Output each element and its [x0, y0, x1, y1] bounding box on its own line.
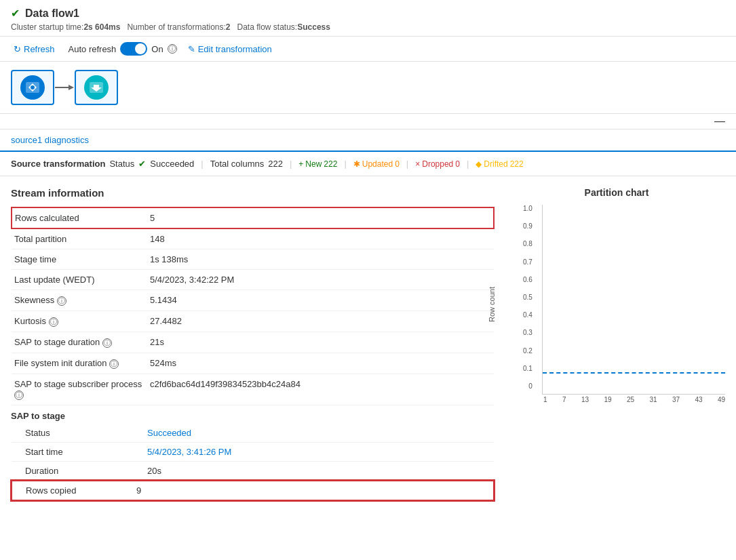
- source-node-icon: [20, 75, 45, 100]
- stage-time-label: Stage time: [12, 249, 147, 270]
- sap-to-stage-table: Status Succeeded Start time 5/4/2023, 3:…: [11, 424, 495, 501]
- flow-node-dest[interactable]: [75, 70, 118, 105]
- edit-transformation-button[interactable]: ✎ Edit transformation: [188, 44, 272, 54]
- dropped-badge: × Dropped 0: [415, 159, 460, 169]
- partition-chart-area: Partition chart Row count 1.0 0.9 0.8 0.…: [508, 187, 725, 403]
- asterisk-icon: ✱: [353, 159, 360, 169]
- y-label-08: 0.8: [523, 240, 532, 247]
- sap-duration-row: Duration 20s: [12, 462, 494, 481]
- sap-stage-duration-value: 21s: [147, 332, 494, 353]
- svg-point-1: [31, 85, 35, 89]
- sap-subscriber-value: c2fd6bac64d149f39834523bb4c24a84: [147, 374, 494, 405]
- toolbar: ↻ Refresh Auto refresh On ⓘ ✎ Edit trans…: [0, 37, 736, 62]
- skewness-info-icon[interactable]: ⓘ: [57, 296, 66, 306]
- flow-diagram: [0, 62, 736, 114]
- y-axis-label: Row count: [488, 287, 496, 322]
- right-panel: Partition chart Row count 1.0 0.9 0.8 0.…: [495, 187, 725, 501]
- diagnostics-bar: Source transformation Status ✔ Succeeded…: [0, 152, 736, 176]
- drifted-label: Drifted: [484, 159, 507, 169]
- minimize-bar: —: [0, 114, 736, 129]
- sep4: |: [406, 159, 408, 169]
- minimize-icon[interactable]: —: [714, 115, 725, 127]
- auto-refresh-toggle[interactable]: [120, 42, 147, 56]
- kurtosis-value: 27.4482: [147, 311, 494, 332]
- sap-status-value: Succeeded: [134, 424, 494, 443]
- sap-start-time-label: Start time: [12, 443, 134, 462]
- y-label-02: 0.2: [523, 347, 532, 355]
- toggle-state-label: On: [151, 44, 163, 54]
- kurtosis-info-icon[interactable]: ⓘ: [49, 317, 58, 327]
- sap-subscriber-row: SAP to stage subscriber process ⓘ c2fd6b…: [12, 374, 494, 405]
- sap-sub-info-icon[interactable]: ⓘ: [14, 391, 24, 400]
- fs-init-info-icon[interactable]: ⓘ: [109, 359, 119, 369]
- fs-init-row: File system init duration ⓘ 524ms: [12, 353, 494, 374]
- sap-subscriber-label: SAP to stage subscriber process ⓘ: [12, 374, 147, 405]
- auto-refresh-toggle-row: Auto refresh On ⓘ: [69, 42, 177, 56]
- auto-refresh-label: Auto refresh: [69, 44, 117, 54]
- kurtosis-label: Kurtosis ⓘ: [12, 311, 147, 332]
- sap-dur-info-icon[interactable]: ⓘ: [102, 338, 112, 348]
- edit-transformation-label: Edit transformation: [198, 44, 272, 54]
- sep1: |: [201, 159, 203, 169]
- stream-info-table: Rows calculated 5 Total partition 148 St…: [11, 207, 495, 405]
- status-text: Status: [109, 159, 134, 169]
- chart-canvas: [542, 205, 725, 395]
- x-label-25: 25: [627, 396, 634, 403]
- sap-duration-label: Duration: [12, 462, 134, 481]
- sap-duration-value: 20s: [134, 462, 494, 481]
- stream-info-title: Stream information: [11, 187, 495, 199]
- stage-time-row: Stage time 1s 138ms: [12, 249, 494, 270]
- skewness-row: Skewness ⓘ 5.1434: [12, 290, 494, 311]
- y-label-09: 0.9: [523, 222, 532, 230]
- last-update-label: Last update (WEDT): [12, 270, 147, 290]
- x-label-43: 43: [695, 396, 702, 403]
- refresh-icon: ↻: [14, 44, 21, 54]
- sap-start-time-row: Start time 5/4/2023, 3:41:26 PM: [12, 443, 494, 462]
- y-label-04: 0.4: [523, 311, 532, 319]
- num-transformations: 2: [226, 22, 231, 32]
- y-label-07: 0.7: [523, 258, 532, 266]
- x-label-1: 1: [543, 396, 547, 403]
- sap-status-label: Status: [12, 424, 134, 443]
- source-transformation-label: Source transformation: [11, 159, 105, 169]
- y-label-01: 0.1: [523, 365, 532, 372]
- flow-node-source[interactable]: [11, 70, 54, 105]
- y-label-06: 0.6: [523, 276, 532, 283]
- sap-to-stage-section: SAP to stage Status Succeeded Start time…: [11, 411, 495, 501]
- last-update-row: Last update (WEDT) 5/4/2023, 3:42:22 PM: [12, 270, 494, 290]
- total-partition-row: Total partition 148: [12, 228, 494, 249]
- header-bar: ✔ Data flow1 Cluster startup time:2s 604…: [0, 0, 736, 37]
- updated-badge: ✱ Updated 0: [353, 159, 400, 169]
- sep5: |: [467, 159, 469, 169]
- x-label-7: 7: [562, 396, 566, 403]
- refresh-button[interactable]: ↻ Refresh: [11, 43, 58, 56]
- chart-wrapper: Row count 1.0 0.9 0.8 0.7 0.6 0.5 0.4 0.…: [508, 205, 725, 403]
- new-label: New: [305, 159, 322, 169]
- updated-value: 0: [395, 159, 400, 169]
- fs-init-label: File system init duration ⓘ: [12, 353, 147, 374]
- dest-node-icon: [84, 75, 109, 100]
- tab-bar: source1 diagnostics: [0, 129, 736, 152]
- x-labels: 1 7 13 19 25 31 37 43 49: [542, 396, 725, 403]
- main-content: Stream information Rows calculated 5 Tot…: [0, 176, 736, 512]
- x-label-49: 49: [718, 396, 725, 403]
- total-columns-value: 222: [268, 159, 283, 169]
- rows-copied-row: Rows copied 9: [12, 481, 494, 500]
- tab-source1-diagnostics[interactable]: source1 diagnostics: [11, 129, 89, 152]
- x-label-37: 37: [672, 396, 680, 403]
- last-update-value: 5/4/2023, 3:42:22 PM: [147, 270, 494, 290]
- x-label-13: 13: [581, 396, 589, 403]
- kurtosis-row: Kurtosis ⓘ 27.4482: [12, 311, 494, 332]
- header-subtitle: Cluster startup time:2s 604ms Number of …: [11, 22, 725, 32]
- dashed-line: [543, 372, 725, 374]
- rows-calculated-value: 5: [147, 207, 494, 228]
- rows-copied-value: 9: [134, 481, 494, 500]
- dropped-label: Dropped: [422, 159, 453, 169]
- sep2: |: [290, 159, 292, 169]
- chart-and-y-labels: 1.0 0.9 0.8 0.7 0.6 0.5 0.4 0.3 0.2 0.1 …: [542, 205, 725, 403]
- status-value: Succeeded: [150, 159, 194, 169]
- new-value: 222: [324, 159, 337, 169]
- rows-calculated-row: Rows calculated 5: [12, 207, 494, 228]
- toggle-info-icon[interactable]: ⓘ: [168, 44, 177, 54]
- x-label-19: 19: [604, 396, 611, 403]
